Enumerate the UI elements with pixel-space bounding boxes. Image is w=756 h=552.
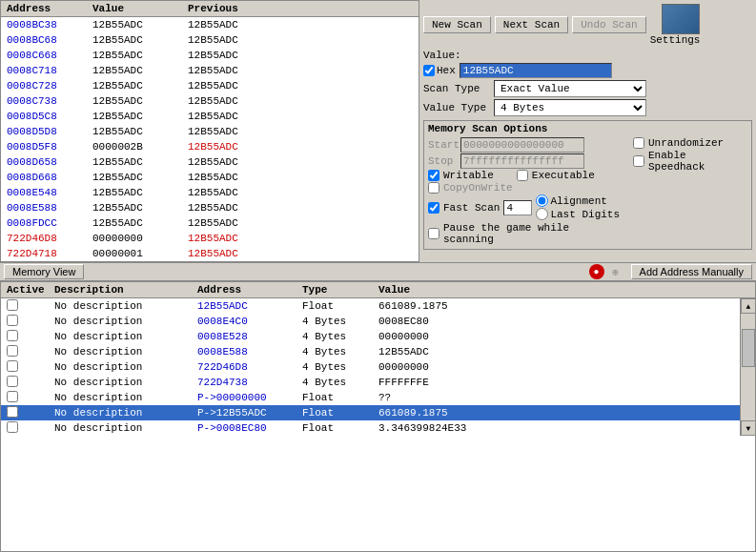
alignment-radio[interactable] bbox=[536, 194, 548, 207]
result-address: 0008D5D8 bbox=[3, 126, 89, 137]
memory-scan-options: Memory Scan Options Start Stop bbox=[423, 120, 752, 250]
result-row[interactable]: 0008BC6812B55ADC12B55ADC bbox=[1, 32, 419, 48]
bottom-row[interactable]: No descriptionP->00000000Float?? bbox=[1, 390, 740, 405]
bottom-row[interactable]: No description722D47384 BytesFFFFFFFE bbox=[1, 375, 740, 390]
bheader-type: Type bbox=[298, 283, 375, 296]
copyonwrite-checkbox[interactable] bbox=[428, 182, 439, 194]
bottom-value: 00000000 bbox=[375, 331, 518, 342]
results-list[interactable]: 0008BC3812B55ADC12B55ADC0008BC6812B55ADC… bbox=[1, 17, 419, 261]
unrandomizer-label: Unrandomizer bbox=[648, 137, 724, 149]
row-active-checkbox[interactable] bbox=[7, 315, 18, 326]
result-row[interactable]: 0008C73812B55ADC12B55ADC bbox=[1, 93, 419, 109]
stop-input bbox=[460, 153, 584, 169]
bottom-value: 3.346399824E33 bbox=[375, 422, 518, 434]
result-value: 00000001 bbox=[89, 248, 184, 259]
pause-label: Pause the game while scanning bbox=[443, 222, 625, 245]
top-section: Address Value Previous 0008BC3812B55ADC1… bbox=[0, 0, 756, 262]
result-value: 12B55ADC bbox=[89, 34, 184, 46]
result-previous: 12B55ADC bbox=[184, 34, 298, 46]
row-active-checkbox[interactable] bbox=[7, 345, 18, 357]
radio-group: Alignment Last Digits bbox=[536, 194, 620, 220]
scan-type-select[interactable]: Exact Value bbox=[494, 80, 646, 97]
bottom-address: 0008E528 bbox=[194, 331, 298, 342]
result-row[interactable]: 0008C66812B55ADC12B55ADC bbox=[1, 48, 419, 63]
bottom-description: No description bbox=[51, 361, 194, 373]
new-scan-button[interactable]: New Scan bbox=[423, 16, 491, 33]
result-row[interactable]: 0008D5C812B55ADC12B55ADC bbox=[1, 109, 419, 124]
result-row[interactable]: 0008D65812B55ADC12B55ADC bbox=[1, 154, 419, 170]
scroll-down[interactable]: ▼ bbox=[741, 420, 756, 436]
logo-graphic bbox=[662, 4, 700, 34]
result-row[interactable]: 0008D66812B55ADC12B55ADC bbox=[1, 170, 419, 185]
result-row[interactable]: 0008BC3812B55ADC12B55ADC bbox=[1, 17, 419, 32]
settings-button[interactable]: Settings bbox=[650, 34, 701, 46]
scrollbar[interactable]: ▲ ▼ bbox=[740, 298, 755, 436]
bottom-list[interactable]: No description12B55ADCFloat661089.1875No… bbox=[1, 298, 740, 436]
memory-view-button[interactable]: Memory View bbox=[4, 264, 84, 279]
row-active-checkbox[interactable] bbox=[7, 299, 18, 311]
bheader-description: Description bbox=[51, 283, 194, 296]
row-active-checkbox[interactable] bbox=[7, 376, 18, 387]
row-active-checkbox[interactable] bbox=[7, 330, 18, 341]
scrollbar-thumb[interactable] bbox=[742, 329, 755, 367]
bottom-description: No description bbox=[51, 407, 194, 419]
hex-checkbox[interactable] bbox=[423, 65, 435, 76]
result-value: 12B55ADC bbox=[89, 65, 184, 76]
bottom-value: 661089.1875 bbox=[375, 300, 518, 312]
result-address: 0008C668 bbox=[3, 50, 89, 61]
drag-handle[interactable]: ⊕ bbox=[608, 264, 623, 279]
row-active-checkbox[interactable] bbox=[7, 421, 18, 433]
bottom-type: Float bbox=[298, 300, 375, 312]
bottom-value: FFFFFFFE bbox=[375, 377, 518, 388]
result-row[interactable]: 0008D5F80000002B12B55ADC bbox=[1, 139, 419, 154]
writable-label: Writable bbox=[443, 170, 494, 181]
add-address-button[interactable]: Add Address Manually bbox=[631, 264, 752, 279]
bottom-value: ?? bbox=[375, 392, 518, 403]
speedhack-checkbox[interactable] bbox=[633, 155, 644, 167]
value-type-select[interactable]: 4 Bytes bbox=[494, 99, 646, 116]
bottom-row[interactable]: No description0008E4C04 Bytes0008EC80 bbox=[1, 314, 740, 329]
result-address: 0008E588 bbox=[3, 202, 89, 214]
writable-checkbox[interactable] bbox=[428, 170, 439, 181]
start-input bbox=[460, 137, 584, 153]
bottom-row[interactable]: No description0008E5284 Bytes00000000 bbox=[1, 329, 740, 344]
result-row[interactable]: 0008FDCC12B55ADC12B55ADC bbox=[1, 215, 419, 231]
row-active-checkbox[interactable] bbox=[7, 360, 18, 372]
result-row[interactable]: 0008E54812B55ADC12B55ADC bbox=[1, 185, 419, 200]
fast-scan-label: Fast Scan bbox=[443, 202, 500, 214]
lastdigits-radio[interactable] bbox=[536, 208, 548, 220]
result-address: 0008BC38 bbox=[3, 19, 89, 31]
result-row[interactable]: 722D47180000000112B55ADC bbox=[1, 246, 419, 261]
stop-row: Stop bbox=[428, 153, 625, 169]
bottom-active bbox=[3, 315, 51, 329]
bottom-value: 00000000 bbox=[375, 361, 518, 373]
stop-label: Stop bbox=[428, 155, 457, 167]
undo-scan-button[interactable]: Undo Scan bbox=[572, 16, 645, 33]
bottom-row[interactable]: No description0008E5884 Bytes12B55ADC bbox=[1, 344, 740, 359]
bottom-row[interactable]: No description12B55ADCFloat661089.1875 bbox=[1, 298, 740, 314]
bottom-row[interactable]: No description722D46D84 Bytes00000000 bbox=[1, 359, 740, 375]
scroll-up[interactable]: ▲ bbox=[741, 298, 756, 314]
next-scan-button[interactable]: Next Scan bbox=[495, 16, 568, 33]
result-previous: 12B55ADC bbox=[184, 187, 298, 198]
fast-scan-input[interactable] bbox=[503, 200, 532, 215]
row-active-checkbox[interactable] bbox=[7, 406, 18, 418]
result-row[interactable]: 0008C71812B55ADC12B55ADC bbox=[1, 63, 419, 78]
unrandomizer-checkbox[interactable] bbox=[633, 137, 644, 149]
stop-icon[interactable]: ● bbox=[589, 264, 604, 279]
scan-type-label: Scan Type bbox=[423, 83, 490, 94]
result-row[interactable]: 722D46D80000000012B55ADC bbox=[1, 231, 419, 246]
row-active-checkbox[interactable] bbox=[7, 391, 18, 402]
mem-left: Start Stop Writable Executable bbox=[428, 136, 625, 247]
result-row[interactable]: 0008D5D812B55ADC12B55ADC bbox=[1, 124, 419, 139]
fast-scan-checkbox[interactable] bbox=[428, 202, 439, 214]
result-row[interactable]: 0008C72812B55ADC12B55ADC bbox=[1, 78, 419, 93]
bottom-row[interactable]: No descriptionP->12B55ADCFloat661089.187… bbox=[1, 405, 740, 420]
pause-checkbox[interactable] bbox=[428, 228, 439, 239]
executable-checkbox[interactable] bbox=[517, 170, 528, 181]
result-value: 12B55ADC bbox=[89, 187, 184, 198]
result-previous: 12B55ADC bbox=[184, 248, 298, 259]
result-row[interactable]: 0008E58812B55ADC12B55ADC bbox=[1, 200, 419, 215]
hex-input[interactable] bbox=[460, 63, 612, 78]
bottom-row[interactable]: No descriptionP->0008EC80Float3.34639982… bbox=[1, 420, 740, 436]
